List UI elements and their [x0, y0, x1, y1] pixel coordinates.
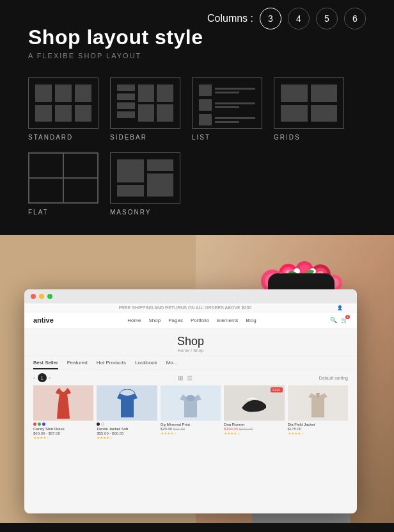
layout-thumb-flat — [28, 152, 98, 204]
color-dot-black — [97, 423, 100, 426]
product-stars-1: ★★★★☆ — [97, 435, 157, 440]
shop-header: antive Home Shop Pages Portfolio Element… — [24, 312, 357, 328]
shop-page-title: Shop — [24, 335, 357, 348]
product-stars-4: ★★★★☆ — [288, 431, 348, 435]
next-page[interactable]: › — [49, 375, 51, 381]
color-dot-white — [101, 423, 104, 426]
product-stars-2: ★★★★☆ — [161, 431, 221, 435]
layout-label-grids: GRIDS — [274, 134, 301, 141]
layout-label-masonry: MASONRY — [110, 209, 151, 216]
product-name-0: Candy Shirt Dress — [33, 427, 93, 431]
product-card-2[interactable]: Og Mirrored Print $20.00 $31.00 ★★★★☆ — [161, 385, 221, 440]
tab-featured[interactable]: Featured — [67, 360, 88, 369]
shop-breadcrumb: Home / Shop — [24, 348, 357, 353]
product-card-0[interactable]: Candy Shirt Dress $60.00 - $87.00 ★★★★☆ — [33, 385, 93, 440]
shop-logo: antive — [33, 316, 54, 324]
pagination-controls[interactable]: ‹ 1 › — [33, 373, 51, 382]
browser-chrome — [24, 289, 357, 303]
nav-shop[interactable]: Shop — [149, 318, 161, 323]
product-name-1: Denim Jacket Soft — [97, 427, 157, 431]
layout-thumb-sidebar — [110, 77, 180, 129]
nav-elements[interactable]: Elements — [217, 318, 238, 323]
shop-tabs: Best Seller Featured Hot Products Lookbo… — [24, 357, 357, 370]
prev-page[interactable]: ‹ — [33, 375, 35, 381]
color-dot-green — [38, 423, 41, 426]
product-stars-0: ★★★★☆ — [33, 435, 93, 440]
tab-lookbook[interactable]: Lookbook — [135, 360, 157, 369]
product-img-4 — [288, 385, 348, 421]
list-view-icon[interactable]: ☰ — [187, 375, 193, 382]
col-btn-3[interactable]: 3 — [260, 8, 281, 29]
layout-sidebar[interactable]: SIDEBAR — [110, 77, 180, 141]
product-img-1 — [97, 385, 157, 421]
shop-nav: Home Shop Pages Portfolio Elements Blog — [127, 318, 256, 323]
product-name-2: Og Mirrored Print — [161, 423, 221, 426]
user-icon: 👤 — [337, 305, 343, 310]
layout-thumb-masonry — [110, 152, 180, 204]
layout-list[interactable]: LIST — [192, 77, 262, 141]
page-title: Shop layout style — [28, 26, 203, 49]
sale-badge-3: SALE — [271, 387, 283, 392]
product-img-0 — [33, 385, 93, 421]
shop-banner: FREE SHIPPING AND RETURNS ON ALL ORDERS … — [24, 303, 357, 312]
layout-label-sidebar: SIDEBAR — [110, 134, 147, 141]
columns-label: Columns : — [207, 13, 253, 24]
top-section: Shop layout style A FLEXIBE SHOP LAYOUT … — [0, 0, 394, 235]
shop-nav-icons: 🔍 🛒1 — [330, 317, 348, 323]
browser-mockup: FREE SHIPPING AND RETURNS ON ALL ORDERS … — [24, 289, 357, 513]
col-btn-6[interactable]: 6 — [344, 8, 366, 29]
layout-masonry[interactable]: MASONRY — [110, 152, 180, 216]
layout-thumb-standard — [28, 77, 98, 129]
layout-flat[interactable]: FLAT — [28, 152, 98, 216]
products-grid: Candy Shirt Dress $60.00 - $87.00 ★★★★☆ … — [24, 385, 357, 446]
search-icon[interactable]: 🔍 — [330, 317, 337, 323]
layout-standard[interactable]: STANDARD — [28, 77, 98, 141]
page-subtitle: A FLEXIBE SHOP LAYOUT — [28, 52, 203, 60]
nav-portfolio[interactable]: Portfolio — [191, 318, 209, 323]
color-dot-red — [33, 423, 36, 426]
grid-view-icon[interactable]: ⊞ — [178, 375, 183, 382]
product-name-4: Dia Field Jacket — [288, 423, 348, 426]
shop-title-area: Shop Home / Shop — [24, 328, 357, 357]
color-dot-blue — [42, 423, 45, 426]
product-img-3: SALE — [224, 385, 284, 421]
columns-selector: Columns : 3 4 5 6 — [207, 8, 366, 29]
page-number: 1 — [38, 373, 47, 382]
tab-hot-products[interactable]: Hot Products — [97, 360, 126, 369]
col-btn-5[interactable]: 5 — [316, 8, 338, 29]
nav-home[interactable]: Home — [127, 318, 141, 323]
svg-point-28 — [186, 395, 195, 401]
layout-thumb-grids — [274, 77, 344, 129]
tab-best-seller[interactable]: Best Seller — [33, 360, 58, 369]
layout-grid: STANDARD SIDEBAR — [28, 77, 366, 216]
product-card-4[interactable]: Dia Field Jacket $175.00 ★★★★☆ — [288, 385, 348, 440]
view-controls: ⊞ ☰ — [178, 375, 193, 382]
nav-pages[interactable]: Pages — [168, 318, 183, 323]
product-stars-3: ★★★★☆ — [224, 431, 284, 435]
nav-blog[interactable]: Blog — [246, 318, 256, 323]
layout-grids[interactable]: GRIDS — [274, 77, 344, 141]
product-card-1[interactable]: Denim Jacket Soft $55.00 - $60.00 ★★★★☆ — [97, 385, 157, 440]
layout-label-standard: STANDARD — [28, 134, 73, 141]
col-btn-4[interactable]: 4 — [288, 8, 310, 29]
shop-toolbar: ‹ 1 › ⊞ ☰ Default sorting — [24, 370, 357, 385]
layout-label-flat: FLAT — [28, 209, 49, 216]
product-img-2 — [161, 385, 221, 421]
tab-more[interactable]: Mo... — [166, 360, 178, 369]
product-name-3: Dna Runner — [224, 423, 284, 426]
product-card-3[interactable]: SALE Dna Runner $130.00 $240.00 ★★★★☆ — [224, 385, 284, 440]
bottom-section: FREE SHIPPING AND RETURNS ON ALL ORDERS … — [0, 235, 394, 523]
layout-label-list: LIST — [192, 134, 210, 141]
cart-icon[interactable]: 🛒1 — [341, 317, 348, 323]
layout-thumb-list — [192, 77, 262, 129]
sort-selector[interactable]: Default sorting — [319, 376, 348, 380]
